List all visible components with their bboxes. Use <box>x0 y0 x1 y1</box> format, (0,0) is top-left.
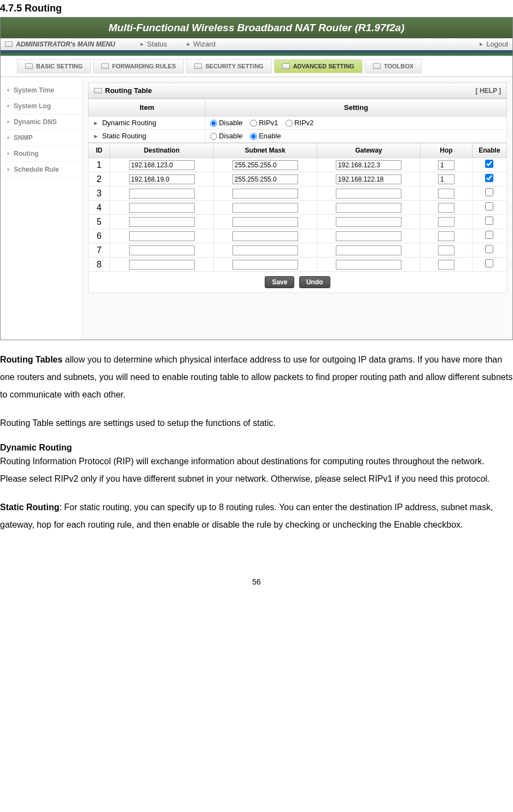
hop-input[interactable] <box>438 217 454 227</box>
route-id: 6 <box>89 229 110 243</box>
doc-paragraph-3: Routing Information Protocol (RIP) will … <box>0 453 513 488</box>
enable-checkbox[interactable] <box>485 245 493 253</box>
radio-ripv1[interactable] <box>250 120 257 127</box>
column-header-hop: Hop <box>421 143 473 158</box>
subnet-mask-input[interactable] <box>232 217 298 227</box>
route-id: 2 <box>89 172 110 186</box>
route-id: 3 <box>89 186 110 201</box>
hop-input[interactable] <box>438 203 454 213</box>
destination-input[interactable] <box>129 217 195 227</box>
tab-security-setting[interactable]: SECURITY SETTING <box>186 59 271 73</box>
column-header-id: ID <box>89 143 110 158</box>
route-id: 7 <box>89 243 110 258</box>
arrow-icon: ▸ <box>94 119 98 127</box>
sidebar-item-dynamic-dns[interactable]: Dynamic DNS <box>1 114 82 130</box>
tab-bar: BASIC SETTING FORWARDING RULES SECURITY … <box>1 56 512 77</box>
gateway-input[interactable] <box>336 231 401 241</box>
panel-icon <box>94 88 102 94</box>
menu-status[interactable]: Status <box>147 40 167 48</box>
enable-checkbox[interactable] <box>485 188 493 196</box>
menu-wizard[interactable]: Wizard <box>194 40 215 48</box>
hop-input[interactable] <box>438 260 454 270</box>
enable-checkbox[interactable] <box>485 174 493 182</box>
hop-input[interactable] <box>438 174 454 184</box>
bullet-icon <box>7 153 9 155</box>
hop-input[interactable] <box>438 160 454 170</box>
bullet-icon <box>7 121 9 123</box>
dynamic-routing-options: Disable RIPv1 RIPv2 <box>206 116 507 130</box>
sidebar-item-system-log[interactable]: System Log <box>1 98 82 114</box>
gateway-input[interactable] <box>336 260 401 270</box>
help-link[interactable]: [ HELP ] <box>476 87 501 95</box>
sidebar-item-label: SNMP <box>14 134 33 142</box>
destination-input[interactable] <box>129 203 195 213</box>
doc-paragraph-4: Static Routing: For static routing, you … <box>0 499 513 534</box>
table-row: 3 <box>89 186 507 201</box>
subnet-mask-input[interactable] <box>232 160 298 170</box>
sidebar-item-label: System Time <box>14 86 54 94</box>
subnet-mask-input[interactable] <box>232 189 298 198</box>
bullet-icon <box>7 137 9 139</box>
gateway-input[interactable] <box>336 203 401 213</box>
route-id: 8 <box>89 258 110 272</box>
tab-label: SECURITY SETTING <box>205 63 263 69</box>
gateway-input[interactable] <box>336 160 401 170</box>
radio-label-ripv1: RIPv1 <box>259 119 278 127</box>
main-panel: Routing Table [ HELP ] Item Setting ▸ Dy… <box>83 77 512 340</box>
destination-input[interactable] <box>129 260 195 270</box>
subnet-mask-input[interactable] <box>232 174 298 184</box>
radio-disable[interactable] <box>210 120 217 127</box>
subnet-mask-input[interactable] <box>232 260 298 270</box>
destination-input[interactable] <box>129 160 195 170</box>
sidebar-item-system-time[interactable]: System Time <box>1 83 82 98</box>
tab-toolbox[interactable]: TOOLBOX <box>365 59 422 73</box>
gateway-input[interactable] <box>336 246 401 255</box>
enable-checkbox[interactable] <box>485 231 493 239</box>
enable-checkbox[interactable] <box>485 160 493 168</box>
radio-label-static-disable: Disable <box>219 132 242 140</box>
hop-input[interactable] <box>438 231 454 241</box>
gateway-input[interactable] <box>336 174 401 184</box>
table-row: 6 <box>89 229 507 243</box>
destination-input[interactable] <box>129 189 195 198</box>
sidebar-item-snmp[interactable]: SNMP <box>1 130 82 146</box>
destination-input[interactable] <box>129 174 195 184</box>
gateway-input[interactable] <box>336 189 401 198</box>
undo-button[interactable]: Undo <box>299 276 330 288</box>
route-id: 4 <box>89 201 110 215</box>
destination-input[interactable] <box>129 231 195 241</box>
subnet-mask-input[interactable] <box>232 203 298 213</box>
subnet-mask-input[interactable] <box>232 231 298 241</box>
radio-ripv2[interactable] <box>285 120 293 127</box>
menu-logout[interactable]: Logout <box>486 40 508 48</box>
destination-input[interactable] <box>129 246 195 255</box>
column-header-item: Item <box>89 99 206 116</box>
admin-menu-title: ADMINISTRATOR's MAIN MENU <box>16 40 115 48</box>
tab-basic-setting[interactable]: BASIC SETTING <box>17 59 91 73</box>
subnet-mask-input[interactable] <box>232 246 298 255</box>
admin-menu-bar: ADMINISTRATOR's MAIN MENU ▸ Status ▸ Wiz… <box>1 38 512 50</box>
column-header-enable: Enable <box>472 143 506 158</box>
enable-checkbox[interactable] <box>485 217 493 225</box>
tab-label: BASIC SETTING <box>36 63 83 69</box>
sidebar-item-label: Dynamic DNS <box>14 118 57 126</box>
sidebar-item-routing[interactable]: Routing <box>1 146 82 162</box>
radio-static-enable[interactable] <box>250 133 257 140</box>
hop-input[interactable] <box>438 189 454 198</box>
gradient-divider <box>1 50 512 56</box>
tab-forwarding-rules[interactable]: FORWARDING RULES <box>93 59 184 73</box>
tab-icon <box>25 63 33 69</box>
enable-checkbox[interactable] <box>485 259 493 267</box>
router-ui-screenshot: Multi-Functional Wireless Broadband NAT … <box>0 17 513 340</box>
radio-static-disable[interactable] <box>210 133 217 140</box>
gateway-input[interactable] <box>336 217 401 227</box>
save-button[interactable]: Save <box>265 276 294 288</box>
hop-input[interactable] <box>438 246 454 255</box>
bullet-icon <box>7 89 9 91</box>
bullet-icon <box>7 105 9 107</box>
tab-advanced-setting[interactable]: ADVANCED SETTING <box>274 59 363 73</box>
sidebar-item-schedule-rule[interactable]: Schedule Rule <box>1 162 82 178</box>
sidebar-item-label: Schedule Rule <box>14 166 59 173</box>
route-id: 1 <box>89 158 110 172</box>
enable-checkbox[interactable] <box>485 202 493 211</box>
